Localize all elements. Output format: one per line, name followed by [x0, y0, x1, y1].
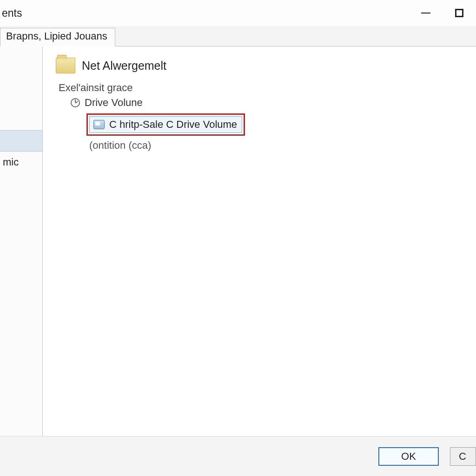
clock-icon — [71, 98, 80, 107]
tree-level1[interactable]: Exel'ainsit grace — [59, 82, 467, 94]
tree-level3-label: C hritp-Sale C Drive Volume — [109, 119, 237, 131]
footer: OK C — [0, 436, 476, 476]
tree-level3-sub-label: (ontition (cca) — [89, 139, 151, 151]
tab-active[interactable]: Brapns, Lipied Jouans — [0, 28, 115, 46]
pane-title: Net Alwergemelt — [82, 59, 166, 73]
tab-row: Brapns, Lipied Jouans — [0, 26, 476, 46]
maximize-icon — [455, 9, 463, 17]
tab-label: Brapns, Lipied Jouans — [6, 30, 107, 42]
main-pane: Net Alwergemelt Exel'ainsit grace Drive … — [43, 46, 476, 436]
ok-button-label: OK — [401, 450, 416, 463]
sidebar: mic — [0, 46, 43, 436]
window-title: ents — [0, 7, 22, 20]
highlight-box: C hritp-Sale C Drive Volume — [86, 113, 245, 136]
disk-icon — [93, 120, 105, 129]
minimize-button[interactable] — [412, 0, 440, 26]
folder-icon — [56, 58, 75, 73]
tree-level2-label: Drive Volune — [85, 97, 143, 109]
tree-level2[interactable]: Drive Volune — [71, 97, 467, 109]
tree-level3-sub: (ontition (cca) — [89, 139, 467, 152]
tree-level1-label: Exel'ainsit grace — [59, 82, 133, 93]
pane-header: Net Alwergemelt — [56, 58, 467, 73]
minimize-icon — [421, 13, 430, 13]
tree: Exel'ainsit grace Drive Volune C hritp-S… — [59, 82, 467, 152]
cancel-button[interactable]: C — [450, 447, 476, 466]
title-bar: ents — [0, 0, 476, 26]
sidebar-item-mic[interactable]: mic — [0, 152, 42, 173]
maximize-button[interactable] — [445, 0, 473, 26]
sidebar-item-label: mic — [3, 156, 19, 168]
tree-level3-selected[interactable]: C hritp-Sale C Drive Volume — [89, 116, 242, 133]
cancel-button-label: C — [459, 450, 466, 463]
sidebar-item-selected[interactable] — [0, 130, 42, 152]
ok-button[interactable]: OK — [378, 447, 439, 466]
